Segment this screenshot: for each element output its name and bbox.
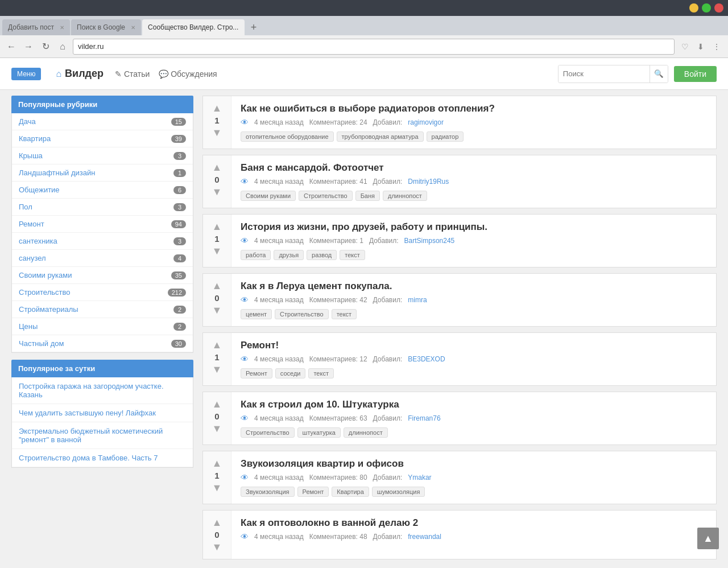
- sidebar-category-item[interactable]: Дача 15: [12, 113, 193, 130]
- sidebar-category-item[interactable]: Цены 2: [12, 318, 193, 335]
- post-author[interactable]: ragimovigor: [408, 118, 444, 126]
- search-input[interactable]: [559, 65, 650, 83]
- post-title[interactable]: Как я оптоволокно в ванной делаю 2: [241, 517, 707, 529]
- sidebar-category-item[interactable]: Строительство 212: [12, 284, 193, 301]
- tab-close-icon[interactable]: ✕: [244, 24, 245, 31]
- post-title[interactable]: Ремонт!: [241, 340, 707, 351]
- close-button[interactable]: [714, 3, 723, 13]
- refresh-button[interactable]: ↻: [39, 40, 52, 53]
- window-controls[interactable]: [689, 3, 723, 13]
- post-title[interactable]: Баня с мансардой. Фотоотчет: [241, 162, 707, 174]
- post-title[interactable]: Как я в Леруа цемент покупала.: [241, 281, 707, 292]
- downvote-button[interactable]: ▼: [212, 483, 222, 493]
- sidebar-category-item[interactable]: Частный дом 30: [12, 335, 193, 352]
- popular-link[interactable]: Чем удалить застывшую пену! Лайфхак: [19, 409, 156, 417]
- popular-item[interactable]: Строительство дома в Тамбове. Часть 7: [12, 449, 193, 467]
- sidebar-category-item[interactable]: Своими руками 35: [12, 267, 193, 284]
- post-tag[interactable]: Звукоизоляция: [241, 487, 295, 497]
- post-tag[interactable]: трубопроводная арматура: [337, 131, 424, 142]
- post-tag[interactable]: Своими руками: [241, 191, 296, 201]
- nav-articles[interactable]: ✎ Статьи: [115, 69, 150, 79]
- post-tag[interactable]: текст: [308, 368, 334, 378]
- post-tag[interactable]: Квартира: [332, 487, 369, 497]
- login-button[interactable]: Войти: [674, 66, 717, 82]
- post-tag[interactable]: текст: [332, 309, 357, 319]
- popular-link[interactable]: Экстремально бюджетный косметический "ре…: [19, 427, 163, 444]
- post-author[interactable]: Fireman76: [408, 414, 440, 422]
- back-button[interactable]: ←: [5, 40, 18, 53]
- forward-button[interactable]: →: [22, 40, 35, 53]
- post-tag[interactable]: цемент: [241, 309, 272, 319]
- post-author[interactable]: mimra: [408, 296, 427, 304]
- minimize-button[interactable]: [689, 3, 698, 13]
- tab-vilder[interactable]: Сообщество Вилдер. Стро... ✕: [142, 19, 245, 35]
- back-to-top-button[interactable]: ▲: [697, 528, 719, 549]
- post-title[interactable]: Как не ошибиться в выборе радиаторов ото…: [241, 103, 707, 114]
- downvote-button[interactable]: ▼: [212, 423, 222, 434]
- downvote-button[interactable]: ▼: [212, 364, 222, 374]
- downvote-button[interactable]: ▼: [212, 542, 222, 552]
- post-tag[interactable]: Строительство: [275, 309, 329, 319]
- sidebar-category-item[interactable]: Общежитие 6: [12, 182, 193, 199]
- tab-close-icon[interactable]: ✕: [131, 24, 135, 31]
- menu-button[interactable]: Меню: [11, 68, 41, 80]
- tab-close-icon[interactable]: ✕: [60, 24, 64, 31]
- downvote-button[interactable]: ▼: [212, 127, 222, 138]
- post-tag[interactable]: работа: [241, 250, 271, 260]
- downvote-button[interactable]: ▼: [212, 246, 222, 256]
- popular-link[interactable]: Постройка гаража на загородном участке. …: [19, 382, 164, 399]
- search-button[interactable]: 🔍: [650, 65, 668, 83]
- sidebar-category-item[interactable]: сантехника 3: [12, 233, 193, 250]
- settings-icon[interactable]: ⋮: [710, 40, 723, 53]
- sidebar-category-item[interactable]: Крыша 3: [12, 147, 193, 164]
- post-author[interactable]: Ymakar: [408, 474, 431, 481]
- bookmark-icon[interactable]: ♡: [678, 40, 692, 53]
- post-tag[interactable]: длиннопост: [344, 427, 388, 438]
- popular-item[interactable]: Постройка гаража на загородном участке. …: [12, 377, 193, 404]
- new-tab-button[interactable]: +: [246, 19, 262, 35]
- post-author[interactable]: BartSimpson245: [404, 237, 455, 245]
- sidebar-category-item[interactable]: Квартира 39: [12, 130, 193, 147]
- post-tag[interactable]: отопительное оборудование: [241, 131, 334, 142]
- nav-discussions[interactable]: 💬 Обсуждения: [159, 69, 217, 79]
- address-bar[interactable]: vilder.ru: [73, 39, 675, 55]
- post-tag[interactable]: шумоизоляция: [372, 487, 425, 497]
- post-tag[interactable]: Строительство: [299, 191, 353, 201]
- post-tag[interactable]: Ремонт: [297, 487, 329, 497]
- post-tag[interactable]: радиатор: [427, 131, 464, 142]
- upvote-button[interactable]: ▲: [212, 340, 222, 350]
- popular-item[interactable]: Чем удалить застывшую пену! Лайфхак: [12, 404, 193, 422]
- upvote-button[interactable]: ▲: [212, 458, 222, 468]
- post-tag[interactable]: штукатурка: [297, 427, 341, 438]
- post-tag[interactable]: развод: [307, 250, 337, 260]
- upvote-button[interactable]: ▲: [212, 399, 222, 409]
- tab-google[interactable]: Поиск в Google ✕: [71, 19, 141, 35]
- maximize-button[interactable]: [702, 3, 711, 13]
- upvote-button[interactable]: ▲: [212, 517, 222, 528]
- post-tag[interactable]: текст: [340, 250, 365, 260]
- sidebar-category-item[interactable]: Ремонт 94: [12, 216, 193, 233]
- post-title[interactable]: Звукоизоляция квартир и офисов: [241, 458, 707, 470]
- post-tag[interactable]: Ремонт: [241, 368, 272, 378]
- post-tag[interactable]: длиннопост: [383, 191, 427, 201]
- downvote-button[interactable]: ▼: [212, 305, 222, 315]
- post-tag[interactable]: Строительство: [241, 427, 295, 438]
- sidebar-category-item[interactable]: Пол 3: [12, 199, 193, 216]
- home-button[interactable]: ⌂: [56, 40, 69, 53]
- tab-add-post[interactable]: Добавить пост ✕: [2, 19, 70, 35]
- upvote-button[interactable]: ▲: [212, 103, 222, 113]
- post-title[interactable]: История из жизни, про друзей, работу и п…: [241, 221, 707, 233]
- upvote-button[interactable]: ▲: [212, 162, 222, 172]
- site-logo[interactable]: ⌂ Вилдер: [56, 68, 104, 80]
- upvote-button[interactable]: ▲: [212, 221, 222, 232]
- post-author[interactable]: Dmitriy19Rus: [408, 178, 449, 186]
- post-tag[interactable]: друзья: [274, 250, 304, 260]
- popular-item[interactable]: Экстремально бюджетный косметический "ре…: [12, 422, 193, 449]
- popular-link[interactable]: Строительство дома в Тамбове. Часть 7: [19, 454, 158, 462]
- post-title[interactable]: Как я строил дом 10. Штукатурка: [241, 399, 707, 410]
- download-icon[interactable]: ⬇: [694, 40, 708, 53]
- sidebar-category-item[interactable]: Стройматериалы 2: [12, 301, 193, 318]
- sidebar-category-item[interactable]: Ландшафтный дизайн 1: [12, 164, 193, 182]
- post-author[interactable]: BE3DEXOD: [408, 355, 445, 363]
- post-tag[interactable]: Баня: [355, 191, 380, 201]
